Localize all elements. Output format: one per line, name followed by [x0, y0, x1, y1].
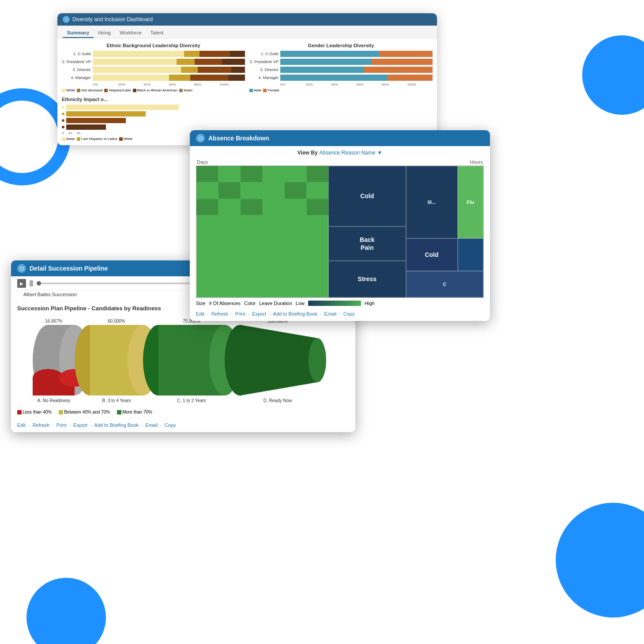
treemap-cell-backpain: BackPain — [328, 226, 406, 260]
succession-copy-link[interactable]: Copy — [165, 422, 176, 428]
succession-email-link[interactable]: Email — [146, 422, 158, 428]
tab-summary[interactable]: Summary — [63, 28, 94, 38]
ethnic-row-csuite: 1. C-Suite — [62, 51, 245, 57]
succession-sep-4: - — [90, 422, 92, 428]
ethnicity-bar-1 — [62, 105, 194, 110]
axis-days: Days — [197, 159, 208, 165]
succession-edit-link[interactable]: Edit — [17, 422, 26, 428]
gender-label-vp: 2. President/ VP — [249, 60, 280, 64]
ethnicity-impact-section: Ethnicity Impact o... — [62, 97, 194, 141]
legend-between: Between 40% and 70% — [59, 410, 110, 414]
absence-treemap: Cold BackPain Stress Flu Ill... Cold C — [196, 166, 484, 298]
succession-sep-3: - — [69, 422, 71, 428]
treemap-cell-c: C — [406, 271, 484, 298]
absence-refresh-link[interactable]: Refresh — [211, 311, 229, 316]
legend-low-label: Low — [296, 301, 305, 306]
absence-edit-link[interactable]: Edit — [196, 311, 204, 316]
tab-hiring[interactable]: Hiring — [94, 28, 115, 38]
gender-row-csuite: 1. C-Suite — [249, 51, 433, 57]
absence-print-link[interactable]: Print — [235, 311, 245, 316]
ethnic-row-manager: 4. Manager — [62, 75, 245, 81]
absence-email-link[interactable]: Email — [324, 311, 337, 316]
diversity-window: ⬡ Diversity and Inclusion Dashboard Summ… — [57, 13, 437, 145]
diversity-title: Diversity and Inclusion Dashboard — [72, 16, 153, 23]
legend-asian-eth: Asian — [62, 137, 75, 141]
ethnic-hbar-chart: 1. C-Suite 2. President/ VP — [62, 51, 245, 92]
diversity-titlebar: ⬡ Diversity and Inclusion Dashboard — [57, 13, 437, 26]
absence-chart-area: Days Hours — [190, 159, 490, 298]
succession-briefingbook-link[interactable]: Add to Briefing Book — [94, 422, 139, 428]
legend-high-label: High — [365, 301, 375, 306]
succession-title: Detail Succession Pipeline — [30, 265, 108, 272]
ethnic-label-manager: 4. Manager — [62, 75, 93, 80]
absence-export-link[interactable]: Export — [252, 311, 266, 316]
legend-female: Female — [263, 88, 279, 92]
tab-workforce[interactable]: Workforce — [115, 28, 146, 38]
legend-color-value: Leave Duration — [259, 301, 292, 306]
absence-actions: Edit - Refresh - Print - Export - Add to… — [190, 309, 490, 321]
legend-not-disclosed: Not disclosed — [77, 88, 102, 92]
play-button[interactable]: ▶ — [17, 279, 26, 288]
absence-sep-3: - — [248, 311, 249, 316]
svg-text:C. 1 to 2 Years: C. 1 to 2 Years — [177, 398, 206, 403]
legend-hispanic-eth: I am Hispanic or Latino — [77, 137, 117, 141]
succession-refresh-link[interactable]: Refresh — [33, 422, 50, 428]
legend-black: Black or African American — [133, 88, 177, 92]
absence-app-icon: ⬡ — [196, 134, 205, 143]
absence-copy-link[interactable]: Copy — [343, 311, 355, 316]
gender-track-vp — [280, 59, 433, 65]
succession-person-name: Albert Bailes Succession — [17, 292, 83, 299]
svg-marker-19 — [240, 325, 317, 395]
legend-male: Male — [249, 88, 261, 92]
absence-sep-4: - — [269, 311, 271, 316]
svg-text:D. Ready Now: D. Ready Now — [264, 398, 292, 403]
svg-text:60.000%: 60.000% — [108, 319, 125, 324]
ethnic-row-vp: 2. President/ VP — [62, 59, 245, 65]
succession-sep-5: - — [141, 422, 143, 428]
svg-text:A. No Readiness: A. No Readiness — [37, 398, 70, 403]
treemap-cell-cold-top: Cold — [328, 166, 406, 226]
treemap-small-cells — [196, 166, 328, 298]
absence-color-gradient — [308, 301, 361, 306]
ethnic-legend: White Not disclosed Hispanic/Latin Black… — [62, 88, 245, 92]
absence-legend: Size # Of Absences Color Leave Duration … — [190, 298, 490, 309]
ethnic-label-vp: 2. President/ VP — [62, 60, 93, 64]
ethnicity-impact-title: Ethnicity Impact o... — [62, 97, 194, 102]
treemap-cell-ill: Ill... — [406, 166, 458, 238]
legend-white-eth: White — [119, 137, 132, 141]
absence-axes: Days Hours — [196, 159, 484, 165]
absence-briefingbook-link[interactable]: Add to Briefing Book — [273, 311, 317, 316]
treemap-cell-small-1 — [458, 238, 484, 271]
gender-axis: 0%20%40%60%80%100% — [280, 83, 433, 87]
succession-sep-6: - — [160, 422, 162, 428]
treemap-cell-flu-large: Flu — [458, 166, 484, 238]
absence-sep-2: - — [231, 311, 233, 316]
svg-point-20 — [309, 338, 326, 382]
ethnic-track-csuite — [93, 51, 245, 57]
gender-row-manager: 4. Manager — [249, 75, 433, 81]
legend-size-value: # Of Absences — [209, 301, 241, 306]
succession-funnel-chart: A. No Readiness 16.667% B. 3 to 4 Years … — [17, 316, 335, 404]
legend-less40: Less than 40% — [17, 410, 52, 414]
gender-track-director — [280, 67, 433, 73]
succession-sep-1: - — [28, 422, 30, 428]
ethnic-track-manager — [93, 75, 245, 81]
tab-talent[interactable]: Talent — [146, 28, 168, 38]
decorative-circle-right-bottom — [556, 503, 644, 618]
gender-chart-title: Gender Leadership Diversity — [249, 43, 433, 48]
succession-print-link[interactable]: Print — [56, 422, 67, 428]
gender-legend: Male Female — [249, 88, 433, 92]
viewby-dropdown-icon[interactable]: ▼ — [377, 150, 382, 156]
svg-text:16.667%: 16.667% — [45, 319, 63, 324]
ethnic-track-director — [93, 67, 245, 73]
legend-hispanic: Hispanic/Latin — [104, 88, 131, 92]
slider-thumb — [37, 281, 41, 286]
succession-export-link[interactable]: Export — [73, 422, 87, 428]
ethnic-chart-title: Ethnic Background Leadership Diversity — [62, 43, 245, 48]
ethnicity-impact-bars — [62, 105, 194, 130]
succession-legend: Less than 40% Between 40% and 70% More t… — [17, 410, 349, 414]
gender-row-vp: 2. President/ VP — [249, 59, 433, 65]
gender-label-manager: 4. Manager — [249, 75, 280, 80]
gender-track-csuite — [280, 51, 433, 57]
legend-size-label: Size — [196, 301, 205, 306]
